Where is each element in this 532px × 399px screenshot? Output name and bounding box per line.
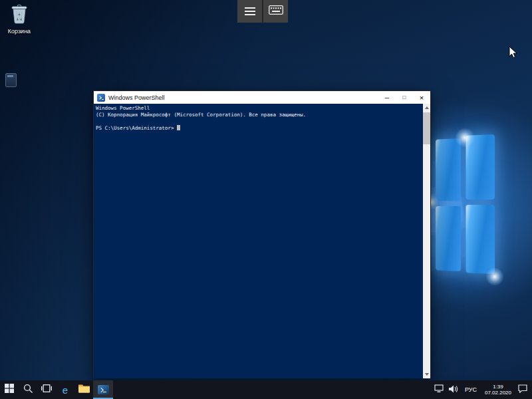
maximize-button[interactable]: □ bbox=[396, 91, 413, 104]
windows-start-icon bbox=[5, 384, 14, 396]
scroll-up-icon[interactable] bbox=[423, 104, 430, 112]
network-icon bbox=[434, 384, 444, 396]
search-icon bbox=[23, 384, 33, 396]
recycle-bin-label: Корзина bbox=[8, 28, 31, 35]
file-explorer-button[interactable] bbox=[74, 380, 93, 399]
powershell-window: Windows PowerShell ─ □ × Windows PowerSh… bbox=[93, 90, 431, 378]
start-button[interactable] bbox=[0, 380, 19, 399]
volume-icon bbox=[449, 384, 458, 396]
scroll-thumb[interactable] bbox=[423, 112, 430, 144]
text-cursor bbox=[177, 125, 180, 130]
internet-explorer-icon: e bbox=[63, 385, 68, 395]
console-scrollbar[interactable] bbox=[423, 104, 430, 378]
action-center-icon bbox=[518, 384, 527, 396]
system-tray: РУС 1:39 07.02.2020 bbox=[432, 380, 532, 399]
clock[interactable]: 1:39 07.02.2020 bbox=[481, 384, 515, 396]
minimize-button[interactable]: ─ bbox=[378, 91, 396, 104]
action-center-button[interactable] bbox=[515, 380, 530, 399]
console-area[interactable]: Windows PowerShell (C) Корпорация Майкро… bbox=[94, 104, 430, 378]
console-line: (C) Корпорация Майкрософт (Microsoft Cor… bbox=[96, 112, 428, 118]
desktop: Корзина Win bbox=[0, 0, 532, 399]
scroll-down-icon[interactable] bbox=[423, 370, 430, 378]
search-button[interactable] bbox=[19, 380, 37, 399]
internet-explorer-button[interactable]: e bbox=[56, 380, 74, 399]
mouse-cursor bbox=[509, 46, 517, 61]
window-titlebar[interactable]: Windows PowerShell ─ □ × bbox=[94, 91, 430, 104]
console-prompt-line: PS C:\Users\Administrator> bbox=[96, 125, 428, 132]
console-line: Windows PowerShell bbox=[96, 105, 428, 112]
powershell-icon bbox=[97, 94, 105, 102]
window-title: Windows PowerShell bbox=[108, 94, 165, 101]
remote-console-toolbar bbox=[237, 0, 288, 23]
window-controls: ─ □ × bbox=[378, 91, 430, 104]
console-prompt: PS C:\Users\Administrator> bbox=[96, 125, 177, 131]
task-view-icon bbox=[41, 384, 52, 396]
recycle-bin-icon bbox=[10, 4, 29, 27]
language-indicator[interactable]: РУС bbox=[461, 380, 481, 399]
keyboard-icon bbox=[269, 5, 283, 17]
clock-time: 1:39 bbox=[493, 384, 503, 390]
menu-button[interactable] bbox=[237, 0, 262, 23]
network-tray-button[interactable] bbox=[432, 380, 446, 399]
clock-date: 07.02.2020 bbox=[485, 390, 511, 396]
console-output: Windows PowerShell (C) Корпорация Майкро… bbox=[94, 104, 430, 133]
powershell-icon bbox=[98, 385, 109, 394]
close-button[interactable]: × bbox=[413, 91, 430, 104]
file-explorer-icon bbox=[78, 384, 90, 396]
taskbar: e bbox=[0, 380, 532, 399]
console-blank-line bbox=[96, 118, 428, 125]
task-view-button[interactable] bbox=[37, 380, 56, 399]
keyboard-button[interactable] bbox=[263, 0, 288, 23]
app-shortcut-icon[interactable] bbox=[5, 73, 17, 87]
powershell-taskbar-button[interactable] bbox=[93, 380, 113, 399]
recycle-bin-desktop-icon[interactable]: Корзина bbox=[0, 4, 39, 35]
hamburger-menu-icon bbox=[245, 7, 255, 15]
volume-tray-button[interactable] bbox=[446, 380, 461, 399]
